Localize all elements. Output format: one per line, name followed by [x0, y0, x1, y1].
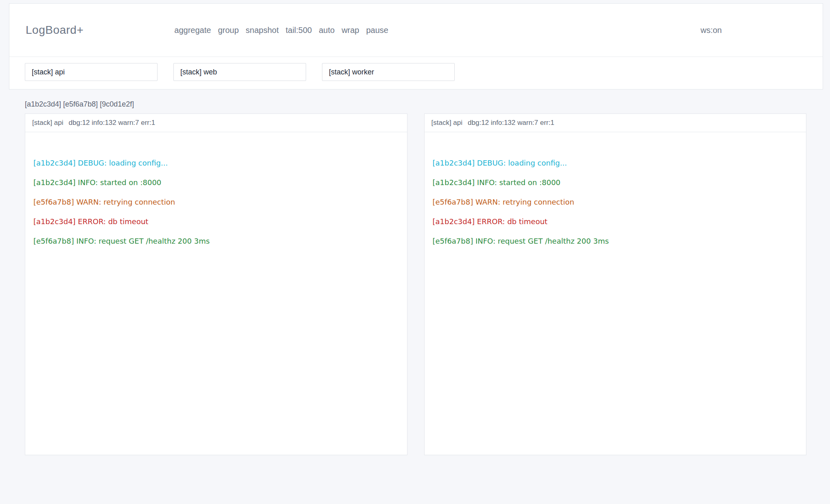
log-scroll-area[interactable]: [a1b2c3d4] DEBUG: loading config...[a1b2…	[25, 132, 407, 455]
log-line-info: [e5f6a7b8] INFO: request GET /healthz 20…	[33, 231, 399, 251]
panel-stream-name: [stack] api	[431, 119, 463, 127]
log-line-info: [a1b2c3d4] INFO: started on :8000	[33, 173, 399, 192]
log-line-warn: [e5f6a7b8] WARN: retrying connection	[33, 192, 399, 212]
toolbar-menu: aggregategroupsnapshottail:500autowrappa…	[174, 26, 388, 35]
log-panel-header: [stack] api dbg:12 info:132 warn:7 err:1	[425, 114, 806, 132]
menu-wrap[interactable]: wrap	[342, 26, 359, 35]
log-scroll-area[interactable]: [a1b2c3d4] DEBUG: loading config...[a1b2…	[425, 132, 806, 455]
panels-grid: [stack] api dbg:12 info:132 warn:7 err:1…	[25, 113, 806, 455]
log-line-info: [a1b2c3d4] INFO: started on :8000	[433, 173, 798, 192]
log-line-error: [a1b2c3d4] ERROR: db timeout	[433, 212, 798, 231]
log-line-error: [a1b2c3d4] ERROR: db timeout	[33, 212, 399, 231]
menu-snapshot[interactable]: snapshot	[246, 26, 279, 35]
menu-aggregate[interactable]: aggregate	[174, 26, 211, 35]
panel-level-counts: dbg:12 info:132 warn:7 err:1	[468, 119, 554, 127]
filter-input-1[interactable]	[25, 63, 158, 81]
filter-input-2[interactable]	[173, 63, 306, 81]
toolbar-card: LogBoard+ aggregategroupsnapshottail:500…	[9, 3, 823, 89]
log-panel: [stack] api dbg:12 info:132 warn:7 err:1…	[25, 113, 407, 455]
log-panel-header: [stack] api dbg:12 info:132 warn:7 err:1	[25, 114, 407, 132]
log-line-debug: [a1b2c3d4] DEBUG: loading config...	[33, 153, 399, 173]
menu-auto[interactable]: auto	[319, 26, 335, 35]
log-line-info: [e5f6a7b8] INFO: request GET /healthz 20…	[433, 231, 798, 251]
menu-tail-500[interactable]: tail:500	[286, 26, 312, 35]
log-line-warn: [e5f6a7b8] WARN: retrying connection	[433, 192, 798, 212]
log-line-debug: [a1b2c3d4] DEBUG: loading config...	[433, 153, 798, 173]
app-title: LogBoard+	[26, 24, 83, 37]
panel-level-counts: dbg:12 info:132 warn:7 err:1	[69, 119, 155, 127]
panel-stream-name: [stack] api	[32, 119, 64, 127]
filter-input-3[interactable]	[322, 63, 455, 81]
ws-status: ws:on	[701, 26, 806, 35]
menu-pause[interactable]: pause	[366, 26, 389, 35]
trace-id-list: [a1b2c3d4] [e5f6a7b8] [9c0d1e2f]	[25, 100, 830, 109]
app-header: LogBoard+ aggregategroupsnapshottail:500…	[9, 4, 823, 57]
menu-group[interactable]: group	[218, 26, 239, 35]
log-panel: [stack] api dbg:12 info:132 warn:7 err:1…	[424, 113, 807, 455]
filter-row	[9, 57, 823, 89]
